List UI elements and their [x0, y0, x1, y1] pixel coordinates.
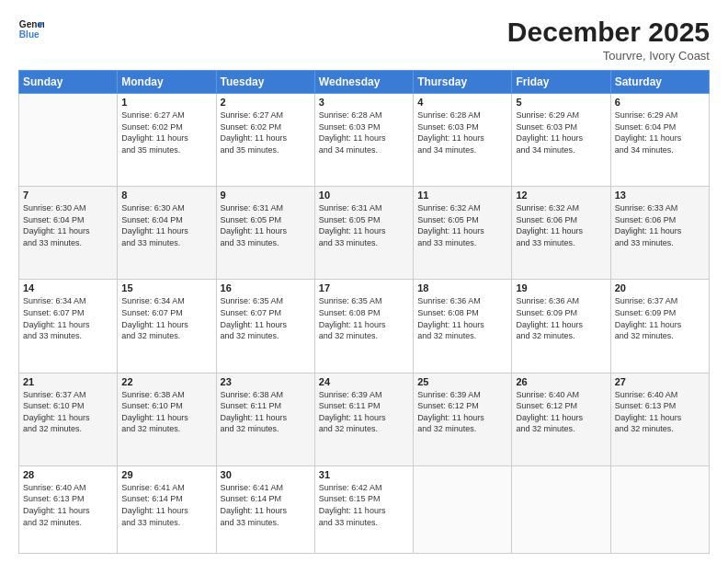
calendar-cell: 21Sunrise: 6:37 AM Sunset: 6:10 PM Dayli…	[19, 373, 118, 465]
calendar-cell: 16Sunrise: 6:35 AM Sunset: 6:07 PM Dayli…	[216, 280, 314, 373]
calendar-cell: 6Sunrise: 6:29 AM Sunset: 6:04 PM Daylig…	[610, 94, 709, 187]
weekday-header: Friday	[512, 71, 610, 94]
day-number: 30	[221, 469, 311, 480]
calendar-cell: 2Sunrise: 6:27 AM Sunset: 6:02 PM Daylig…	[216, 94, 314, 187]
day-number: 1	[121, 97, 211, 108]
calendar-cell: 5Sunrise: 6:29 AM Sunset: 6:03 PM Daylig…	[512, 94, 610, 187]
day-number: 27	[615, 376, 705, 387]
weekday-header: Saturday	[610, 71, 709, 94]
day-number: 14	[23, 282, 113, 293]
day-number: 20	[615, 282, 705, 293]
logo: General Blue	[18, 17, 44, 42]
weekday-header: Tuesday	[216, 71, 314, 94]
day-info: Sunrise: 6:42 AM Sunset: 6:15 PM Dayligh…	[319, 482, 409, 528]
day-number: 13	[615, 190, 705, 201]
calendar-cell: 22Sunrise: 6:38 AM Sunset: 6:10 PM Dayli…	[118, 373, 216, 465]
calendar-cell: 11Sunrise: 6:32 AM Sunset: 6:05 PM Dayli…	[414, 187, 512, 280]
day-number: 5	[516, 97, 606, 108]
month-title: December 2025	[507, 17, 710, 47]
calendar-cell: 25Sunrise: 6:39 AM Sunset: 6:12 PM Dayli…	[414, 373, 512, 465]
day-info: Sunrise: 6:38 AM Sunset: 6:11 PM Dayligh…	[221, 389, 311, 435]
day-info: Sunrise: 6:40 AM Sunset: 6:13 PM Dayligh…	[23, 482, 113, 528]
calendar-cell: 19Sunrise: 6:36 AM Sunset: 6:09 PM Dayli…	[512, 280, 610, 373]
weekday-header: Monday	[118, 71, 216, 94]
day-number: 24	[319, 376, 409, 387]
day-number: 29	[121, 469, 211, 480]
day-number: 11	[417, 190, 507, 201]
day-info: Sunrise: 6:35 AM Sunset: 6:08 PM Dayligh…	[319, 295, 409, 341]
day-info: Sunrise: 6:37 AM Sunset: 6:10 PM Dayligh…	[23, 389, 113, 435]
day-info: Sunrise: 6:28 AM Sunset: 6:03 PM Dayligh…	[417, 109, 507, 155]
day-number: 12	[516, 190, 606, 201]
weekday-header: Thursday	[414, 71, 512, 94]
day-number: 3	[319, 97, 409, 108]
calendar-cell	[610, 465, 709, 553]
calendar-cell	[19, 94, 118, 187]
calendar-cell: 10Sunrise: 6:31 AM Sunset: 6:05 PM Dayli…	[314, 187, 413, 280]
title-block: December 2025 Tourvre, Ivory Coast	[507, 17, 710, 63]
day-number: 16	[221, 282, 311, 293]
calendar-cell: 8Sunrise: 6:30 AM Sunset: 6:04 PM Daylig…	[118, 187, 216, 280]
page-header: General Blue December 2025 Tourvre, Ivor…	[18, 17, 710, 63]
calendar-cell: 13Sunrise: 6:33 AM Sunset: 6:06 PM Dayli…	[610, 187, 709, 280]
day-number: 23	[221, 376, 311, 387]
day-info: Sunrise: 6:30 AM Sunset: 6:04 PM Dayligh…	[121, 202, 211, 248]
calendar-cell: 4Sunrise: 6:28 AM Sunset: 6:03 PM Daylig…	[414, 94, 512, 187]
day-number: 28	[23, 469, 113, 480]
day-info: Sunrise: 6:41 AM Sunset: 6:14 PM Dayligh…	[221, 482, 311, 528]
day-number: 31	[319, 469, 409, 480]
calendar-cell: 29Sunrise: 6:41 AM Sunset: 6:14 PM Dayli…	[118, 465, 216, 553]
day-info: Sunrise: 6:31 AM Sunset: 6:05 PM Dayligh…	[319, 202, 409, 248]
calendar-cell: 24Sunrise: 6:39 AM Sunset: 6:11 PM Dayli…	[314, 373, 413, 465]
calendar-cell: 30Sunrise: 6:41 AM Sunset: 6:14 PM Dayli…	[216, 465, 314, 553]
day-number: 25	[417, 376, 507, 387]
day-number: 17	[319, 282, 409, 293]
calendar-cell: 9Sunrise: 6:31 AM Sunset: 6:05 PM Daylig…	[216, 187, 314, 280]
day-info: Sunrise: 6:34 AM Sunset: 6:07 PM Dayligh…	[121, 295, 211, 341]
day-info: Sunrise: 6:29 AM Sunset: 6:04 PM Dayligh…	[615, 109, 705, 155]
calendar-cell: 31Sunrise: 6:42 AM Sunset: 6:15 PM Dayli…	[314, 465, 413, 553]
day-number: 19	[516, 282, 606, 293]
calendar-cell	[512, 465, 610, 553]
calendar-cell: 7Sunrise: 6:30 AM Sunset: 6:04 PM Daylig…	[19, 187, 118, 280]
day-info: Sunrise: 6:41 AM Sunset: 6:14 PM Dayligh…	[121, 482, 211, 528]
day-info: Sunrise: 6:31 AM Sunset: 6:05 PM Dayligh…	[221, 202, 311, 248]
calendar-cell: 28Sunrise: 6:40 AM Sunset: 6:13 PM Dayli…	[19, 465, 118, 553]
calendar-cell	[414, 465, 512, 553]
day-info: Sunrise: 6:38 AM Sunset: 6:10 PM Dayligh…	[121, 389, 211, 435]
calendar-header-row: SundayMondayTuesdayWednesdayThursdayFrid…	[19, 71, 710, 94]
weekday-header: Wednesday	[314, 71, 413, 94]
day-info: Sunrise: 6:40 AM Sunset: 6:13 PM Dayligh…	[615, 389, 705, 435]
day-number: 10	[319, 190, 409, 201]
location: Tourvre, Ivory Coast	[507, 49, 710, 63]
svg-text:Blue: Blue	[19, 29, 40, 40]
day-info: Sunrise: 6:28 AM Sunset: 6:03 PM Dayligh…	[319, 109, 409, 155]
calendar-cell: 1Sunrise: 6:27 AM Sunset: 6:02 PM Daylig…	[118, 94, 216, 187]
calendar-cell: 12Sunrise: 6:32 AM Sunset: 6:06 PM Dayli…	[512, 187, 610, 280]
calendar-cell: 20Sunrise: 6:37 AM Sunset: 6:09 PM Dayli…	[610, 280, 709, 373]
day-info: Sunrise: 6:40 AM Sunset: 6:12 PM Dayligh…	[516, 389, 606, 435]
day-info: Sunrise: 6:29 AM Sunset: 6:03 PM Dayligh…	[516, 109, 606, 155]
day-info: Sunrise: 6:32 AM Sunset: 6:05 PM Dayligh…	[417, 202, 507, 248]
calendar-cell: 15Sunrise: 6:34 AM Sunset: 6:07 PM Dayli…	[118, 280, 216, 373]
day-info: Sunrise: 6:33 AM Sunset: 6:06 PM Dayligh…	[615, 202, 705, 248]
logo-icon: General Blue	[18, 17, 44, 42]
day-info: Sunrise: 6:39 AM Sunset: 6:12 PM Dayligh…	[417, 389, 507, 435]
day-info: Sunrise: 6:34 AM Sunset: 6:07 PM Dayligh…	[23, 295, 113, 341]
calendar-cell: 18Sunrise: 6:36 AM Sunset: 6:08 PM Dayli…	[414, 280, 512, 373]
calendar-cell: 3Sunrise: 6:28 AM Sunset: 6:03 PM Daylig…	[314, 94, 413, 187]
day-number: 26	[516, 376, 606, 387]
day-number: 4	[417, 97, 507, 108]
day-number: 15	[121, 282, 211, 293]
calendar-week-row: 7Sunrise: 6:30 AM Sunset: 6:04 PM Daylig…	[19, 187, 710, 280]
weekday-header: Sunday	[19, 71, 118, 94]
calendar-cell: 17Sunrise: 6:35 AM Sunset: 6:08 PM Dayli…	[314, 280, 413, 373]
day-number: 21	[23, 376, 113, 387]
day-info: Sunrise: 6:36 AM Sunset: 6:09 PM Dayligh…	[516, 295, 606, 341]
day-number: 2	[221, 97, 311, 108]
day-info: Sunrise: 6:36 AM Sunset: 6:08 PM Dayligh…	[417, 295, 507, 341]
day-number: 9	[221, 190, 311, 201]
day-info: Sunrise: 6:30 AM Sunset: 6:04 PM Dayligh…	[23, 202, 113, 248]
day-info: Sunrise: 6:35 AM Sunset: 6:07 PM Dayligh…	[221, 295, 311, 341]
day-info: Sunrise: 6:27 AM Sunset: 6:02 PM Dayligh…	[221, 109, 311, 155]
